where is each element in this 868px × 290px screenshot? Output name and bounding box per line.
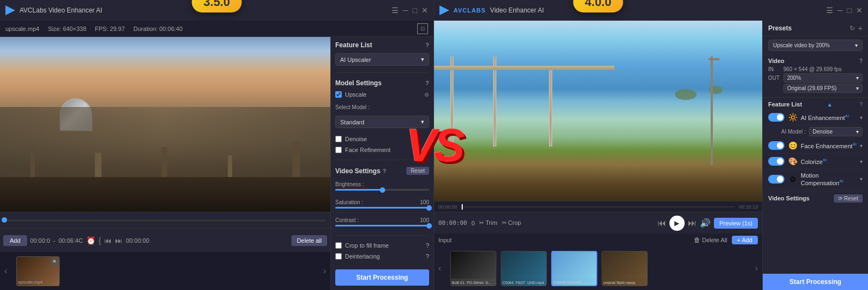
- crop-checkbox-left[interactable]: [335, 242, 342, 249]
- file-duration-left: Duration: 00:06:40: [133, 26, 183, 32]
- delete-all-button-right[interactable]: 🗑 Delete All: [694, 236, 727, 244]
- out-value-dropdown[interactable]: 200% ▾: [783, 73, 863, 83]
- strip-arrow-right-left[interactable]: ›: [323, 266, 326, 276]
- face-enhancement-toggle[interactable]: [768, 141, 784, 150]
- left-timeline-thumb[interactable]: [2, 217, 7, 223]
- presets-dropdown[interactable]: Upscale video by 200% ▾: [768, 40, 863, 51]
- saturation-value-left: 100: [420, 199, 429, 205]
- help-icon-deinterlacing-left[interactable]: ?: [426, 253, 429, 260]
- motion-compensation-toggle[interactable]: [768, 175, 784, 184]
- brightness-fill-left: [335, 189, 382, 191]
- maximize-icon-left[interactable]: □: [413, 6, 417, 15]
- close-icon-right[interactable]: ✕: [856, 6, 863, 15]
- feature-list-expand-icon[interactable]: ▲: [827, 102, 832, 108]
- ai-model-dropdown[interactable]: Denoise ▾: [809, 127, 863, 136]
- delete-all-button-left[interactable]: Delete all: [291, 235, 327, 246]
- clock-icon-left[interactable]: ⏰: [86, 236, 95, 245]
- trim-button-right[interactable]: ✂ Trim: [479, 219, 497, 226]
- motion-compensation-expand[interactable]: ▾: [860, 176, 863, 182]
- delete-all-label-right: Delete All: [702, 237, 727, 243]
- contrast-thumb-left[interactable]: [426, 223, 432, 229]
- reset-button-right[interactable]: ⟳ Reset: [834, 194, 863, 203]
- feature-item-face-enhancement: 😊 Face EnhancementAI ▾: [768, 138, 863, 154]
- left-timeline-bar[interactable]: [4, 219, 326, 222]
- help-icon-video-left[interactable]: ?: [382, 168, 386, 174]
- add-icon-presets[interactable]: +: [858, 24, 863, 33]
- ai-enhancement-expand[interactable]: ▾: [860, 115, 863, 121]
- help-icon-video-right[interactable]: ?: [859, 58, 863, 64]
- menu-icon-right[interactable]: ☰: [826, 6, 833, 15]
- right-input-strip: Input 🗑 Delete All + Add ‹: [434, 234, 762, 290]
- upscale-checkbox-left[interactable]: [335, 91, 342, 98]
- deinterlacing-checkbox-left[interactable]: [335, 253, 342, 260]
- settings-icon-left[interactable]: ⚙: [424, 92, 429, 98]
- ruler-bar[interactable]: [462, 206, 735, 207]
- ai-enhancement-toggle[interactable]: [768, 113, 784, 122]
- contrast-track-left[interactable]: [335, 225, 429, 226]
- video-section-title: Video ?: [768, 58, 863, 64]
- close-icon-left[interactable]: ✕: [422, 6, 428, 15]
- help-icon-model-left[interactable]: ?: [425, 80, 429, 86]
- left-title-controls: ☰ ─ □ ✕: [392, 6, 428, 15]
- pillar3: [549, 66, 552, 147]
- separator2-left: [335, 160, 429, 160]
- strip-arrow-left-right[interactable]: ‹: [438, 263, 441, 273]
- left-file-info-bar: upscale.mp4 Size: 640×338 FPS: 29.97 Dur…: [0, 21, 433, 37]
- add-button-left[interactable]: Add: [3, 235, 27, 246]
- minimize-icon-left[interactable]: ─: [403, 6, 409, 15]
- saturation-fill-left: [335, 207, 429, 209]
- colorize-toggle[interactable]: [768, 157, 784, 166]
- skip-back-icon-right[interactable]: ⏮: [658, 218, 666, 228]
- refresh-icon-presets[interactable]: ↻: [850, 24, 855, 32]
- face-refinement-checkbox-left[interactable]: [335, 147, 342, 153]
- thumbnail-item-right-2[interactable]: original sea.mp4: [551, 251, 597, 286]
- thumbnail-close-left[interactable]: ✕: [50, 258, 58, 266]
- feature-list-section-right: Feature List ▲ ? 🔆 AI EnhancementAI ▾: [763, 98, 868, 274]
- help-icon-feature-left[interactable]: ?: [425, 42, 429, 48]
- face-enhancement-expand[interactable]: ▾: [860, 143, 863, 149]
- menu-icon-left[interactable]: ☰: [392, 6, 399, 15]
- thumbnail-item-right-0[interactable]: BoB-01_PD-30min_6...: [450, 251, 496, 286]
- reset-button-left[interactable]: Reset: [406, 167, 429, 175]
- saturation-track-left[interactable]: [335, 207, 429, 209]
- ruler-cursor: [462, 204, 463, 210]
- minimize-icon-right[interactable]: ─: [838, 6, 843, 15]
- preview-button-right[interactable]: Preview (1s): [714, 218, 758, 229]
- crop-button-right[interactable]: ✂ Crop: [502, 219, 521, 226]
- skip-fwd-icon-right[interactable]: ⏭: [688, 218, 697, 228]
- help-icon-features-right[interactable]: ?: [859, 102, 863, 108]
- feature-dropdown-left[interactable]: AI Upscaler ▾: [335, 53, 429, 66]
- help-icon-crop-left[interactable]: ?: [426, 242, 429, 249]
- thumbnail-item-right-3[interactable]: original flight.mpeg: [602, 251, 648, 286]
- colorize-expand[interactable]: ▾: [860, 159, 863, 165]
- volume-icon-right[interactable]: 🔊: [700, 218, 711, 228]
- skip-back-icon-left[interactable]: ⏮: [104, 236, 112, 245]
- start-processing-button-right[interactable]: Start Processing: [763, 274, 868, 290]
- brightness-track-left[interactable]: [335, 189, 429, 191]
- left-thumbnail-strip: ‹ ✕ upscale.mp4 ›: [0, 252, 330, 290]
- start-processing-button-left[interactable]: Start Processing: [335, 269, 429, 286]
- strip-arrow-left[interactable]: ‹: [4, 266, 7, 276]
- denoise-checkbox-left[interactable]: [335, 136, 342, 142]
- bracket-icon-left[interactable]: {: [99, 236, 101, 245]
- video-settings-label-right: Video Settings: [768, 195, 809, 201]
- skip-fwd-icon-left[interactable]: ⏭: [115, 236, 123, 245]
- saturation-thumb-left[interactable]: [426, 205, 432, 211]
- lamp-arm: [709, 58, 719, 60]
- left-video-area: Add 00:00:0 - 00:06:4C ⏰ { ⏮ ⏭ 00:00:00 …: [0, 37, 330, 290]
- model-select-left[interactable]: Standard ▾: [335, 116, 429, 128]
- play-button-right[interactable]: ▶: [669, 216, 685, 231]
- feature-list-header-right: Feature List ▲ ?: [768, 101, 863, 108]
- video-settings-section-right: Video ? IN 960 × 544 @ 29.699 fps OUT 20…: [763, 54, 868, 98]
- strip-arrow-right-right[interactable]: ›: [755, 263, 758, 273]
- thumbnail-item-right-1[interactable]: C0084_FAST_UHD.mp4: [501, 251, 547, 286]
- saturation-slider-left: Saturation : 100: [335, 199, 429, 209]
- add-button-right[interactable]: + Add: [732, 236, 758, 244]
- crop-icon-left[interactable]: ⊡: [417, 23, 428, 34]
- thumbnail-item-left[interactable]: ✕ upscale.mp4: [16, 256, 60, 286]
- app-title-right: Video Enhancer AI: [490, 7, 544, 14]
- pillar2: [493, 56, 496, 147]
- maximize-icon-right[interactable]: □: [847, 6, 852, 15]
- brightness-thumb-left[interactable]: [380, 187, 385, 193]
- fps-value-dropdown[interactable]: Original (29.69 FPS) ▾: [783, 84, 863, 93]
